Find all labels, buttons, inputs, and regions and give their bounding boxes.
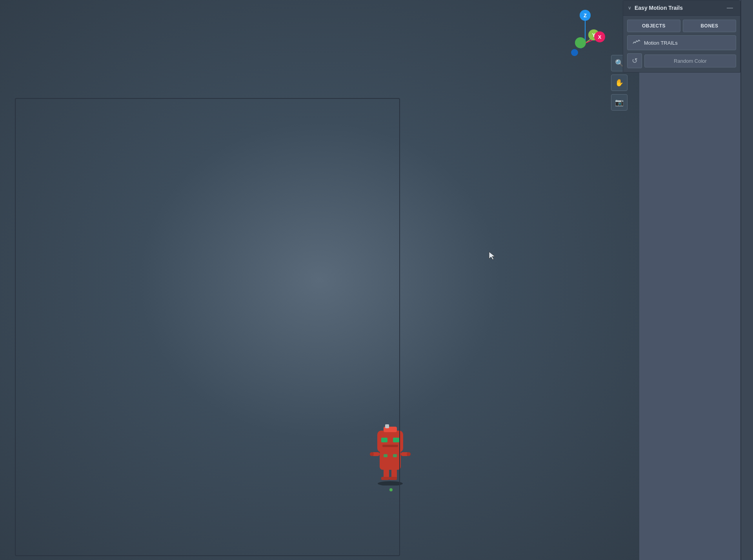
- emt-panel-title: Easy Motion Trails: [635, 5, 683, 11]
- grab-tool-btn[interactable]: ✋: [611, 75, 628, 91]
- right-panel: [740, 0, 753, 560]
- character-3d: [369, 423, 412, 485]
- emt-header-left: ∨ Easy Motion Trails: [628, 5, 683, 11]
- motion-trails-button[interactable]: Motion TRAILs: [627, 35, 736, 50]
- motion-trails-label: Motion TRAILs: [644, 40, 678, 46]
- viewport-frame: [15, 98, 400, 556]
- svg-point-12: [370, 452, 374, 456]
- svg-rect-17: [377, 431, 403, 452]
- emt-header: ∨ Easy Motion Trails —: [623, 0, 740, 16]
- motion-trails-icon: [632, 39, 641, 47]
- svg-rect-15: [393, 454, 397, 457]
- emt-close-button[interactable]: —: [724, 4, 735, 12]
- svg-rect-19: [393, 438, 399, 442]
- z-axis-orb[interactable]: Z: [580, 10, 591, 21]
- svg-rect-7: [381, 477, 389, 480]
- random-color-button[interactable]: Random Color: [644, 55, 736, 67]
- svg-point-13: [407, 452, 411, 456]
- bones-button[interactable]: BONES: [683, 20, 736, 32]
- top-toolbar: Z Y X 🔍 ✋ 📷: [0, 0, 639, 102]
- refresh-button[interactable]: ↺: [627, 53, 642, 68]
- svg-rect-9: [380, 450, 401, 470]
- emt-panel-content: OBJECTS BONES Motion TRAILs ↺ Random Col…: [623, 16, 740, 72]
- back-axis-orb[interactable]: [571, 49, 578, 56]
- objects-button[interactable]: OBJECTS: [627, 20, 680, 32]
- svg-rect-22: [385, 424, 389, 428]
- emt-panel: ∨ Easy Motion Trails — OBJECTS BONES Mot…: [623, 0, 740, 73]
- x-axis-orb[interactable]: X: [594, 31, 605, 42]
- mouse-cursor: [488, 251, 496, 260]
- random-color-row: ↺ Random Color: [627, 53, 736, 68]
- svg-marker-23: [489, 252, 495, 260]
- character-origin-dot: [389, 488, 393, 491]
- svg-rect-20: [382, 445, 398, 447]
- svg-rect-18: [381, 438, 387, 442]
- svg-point-4: [378, 481, 403, 485]
- axis-gizmo: Z Y X: [560, 10, 603, 61]
- svg-rect-14: [384, 454, 387, 457]
- emt-collapse-button[interactable]: ∨: [628, 5, 631, 11]
- objects-bones-row: OBJECTS BONES: [627, 20, 736, 32]
- center-axis-orb[interactable]: [575, 37, 586, 48]
- refresh-icon: ↺: [632, 56, 638, 65]
- camera-tool-btn[interactable]: 📷: [611, 94, 628, 111]
- svg-rect-8: [389, 477, 397, 480]
- viewport-3d[interactable]: Z Y X 🔍 ✋ 📷: [0, 0, 639, 560]
